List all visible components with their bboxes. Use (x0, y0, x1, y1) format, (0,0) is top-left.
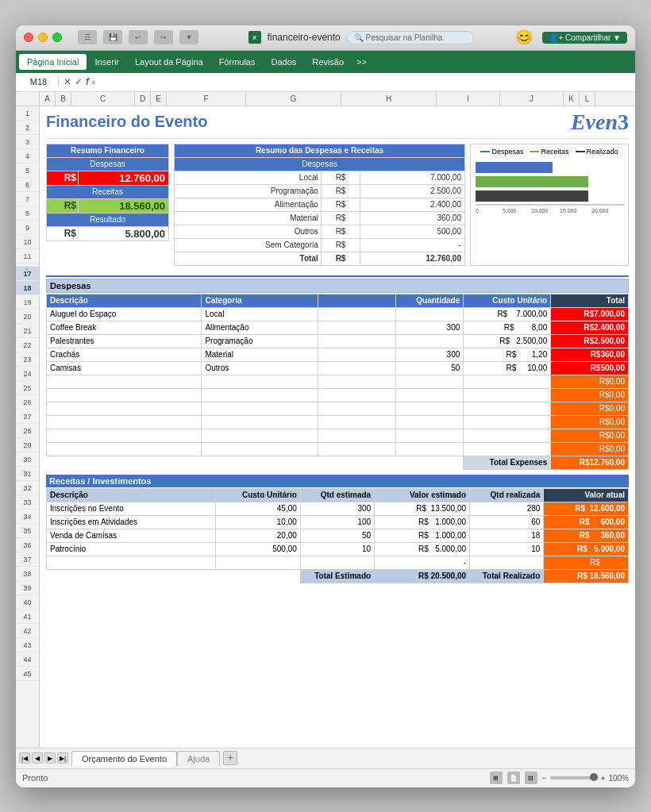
ribbon-tab-inserir[interactable]: Inserir (87, 54, 127, 70)
row-8[interactable]: 8 (16, 206, 39, 221)
row-24[interactable]: 24 (16, 367, 39, 381)
row-32[interactable]: 32 (16, 481, 39, 495)
ajuda-sheet-tab[interactable]: Ajuda (177, 751, 220, 766)
ribbon-tab-pagina-inicial[interactable]: Página Inicial (19, 54, 87, 70)
close-button[interactable] (24, 33, 33, 42)
row-36[interactable]: 36 (16, 538, 39, 552)
col-header-i[interactable]: I (437, 92, 500, 106)
row-27[interactable]: 27 (16, 410, 39, 424)
cancel-formula-icon[interactable]: ✕ (64, 76, 71, 87)
nav-last-arrow[interactable]: ▶| (57, 752, 68, 764)
add-sheet-button[interactable]: + (223, 751, 237, 765)
zoom-controls: − + 100% (542, 774, 629, 783)
search-box[interactable]: 🔍 Pesquisar na Planilha (347, 31, 474, 44)
row-1[interactable]: 1 (16, 106, 39, 121)
more-icon[interactable]: ▼ (179, 30, 198, 44)
row-23[interactable]: 23 (16, 352, 39, 367)
col-header-d[interactable]: D (135, 92, 151, 106)
row-43[interactable]: 43 (16, 638, 39, 652)
col-header-a[interactable]: A (40, 92, 56, 106)
rev-qtd-est-4: 10 (300, 542, 374, 556)
rev-desc-2: Inscrições em Atividades (47, 515, 216, 529)
row-40[interactable]: 40 (16, 595, 39, 610)
active-sheet-tab[interactable]: Orçamento do Evento (71, 751, 177, 766)
share-button[interactable]: 👤+ Compartilhar ▼ (542, 32, 627, 44)
row-34[interactable]: 34 (16, 510, 39, 524)
rev-row-1: Inscrições no Evento 45,00 300 R$ 13.500… (47, 502, 629, 515)
col-header-k[interactable]: K (564, 92, 580, 106)
col-header-g[interactable]: G (246, 92, 341, 106)
row-37[interactable]: 37 (16, 552, 39, 567)
despesas-value: 12.760,00 (79, 171, 169, 185)
row-9[interactable]: 9 (16, 221, 39, 235)
col-header-c[interactable]: C (71, 92, 135, 106)
row-21[interactable]: 21 (16, 324, 39, 338)
col-header-j[interactable]: J (500, 92, 564, 106)
col-header-f[interactable]: F (167, 92, 246, 106)
share-dropdown[interactable]: ▼ (613, 33, 621, 42)
row-35[interactable]: 35 (16, 524, 39, 538)
row-29[interactable]: 29 (16, 438, 39, 452)
row-42[interactable]: 42 (16, 624, 39, 638)
row-10[interactable]: 10 (16, 235, 39, 249)
row-41[interactable]: 41 (16, 610, 39, 624)
nav-first-arrow[interactable]: |◀ (19, 752, 30, 764)
svg-rect-0 (476, 162, 553, 173)
row-45[interactable]: 45 (16, 667, 39, 681)
row-19[interactable]: 19 (16, 295, 39, 310)
alimentacao-label: Alimentação (175, 198, 322, 211)
total-expenses-label: Total Expenses (464, 456, 551, 469)
row-39[interactable]: 39 (16, 581, 39, 595)
ribbon-tab-formulas[interactable]: Fórmulas (211, 54, 264, 70)
row-44[interactable]: 44 (16, 652, 39, 667)
page-break-icon[interactable]: ⊟ (525, 772, 537, 784)
col-header-b[interactable]: B (56, 92, 71, 106)
cell-reference[interactable]: M18 (19, 77, 59, 87)
col-header-e[interactable]: E (151, 92, 167, 106)
redo-icon[interactable]: ↪ (154, 30, 173, 44)
row-18[interactable]: 18 (16, 281, 39, 295)
col-header-l[interactable]: L (580, 92, 595, 106)
zoom-in-button[interactable]: + (601, 774, 606, 783)
row-17[interactable]: 17 (16, 267, 39, 281)
save-icon[interactable]: 💾 (103, 30, 122, 44)
row-11[interactable]: 11 (16, 249, 39, 264)
row-20[interactable]: 20 (16, 310, 39, 324)
row-4[interactable]: 4 (16, 149, 39, 164)
rev-val-real-5: R$ - (544, 556, 629, 569)
ribbon-tab-dados[interactable]: Dados (263, 54, 304, 70)
row-3[interactable]: 3 (16, 135, 39, 149)
nav-prev-arrow[interactable]: ◀ (32, 752, 43, 764)
sidebar-icon[interactable]: ☰ (78, 30, 97, 44)
row-26[interactable]: 26 (16, 395, 39, 410)
nav-next-arrow[interactable]: ▶ (44, 752, 56, 764)
row-5[interactable]: 5 (16, 164, 39, 178)
row-28[interactable]: 28 (16, 424, 39, 438)
row-2[interactable]: 2 (16, 121, 39, 135)
total-est-label: Total Estimado (300, 569, 374, 583)
normal-view-icon[interactable]: ⊞ (490, 772, 503, 784)
ribbon-more[interactable]: >> (352, 54, 372, 70)
confirm-formula-icon[interactable]: ✓ (75, 76, 83, 87)
zoom-out-button[interactable]: − (542, 774, 547, 783)
row-31[interactable]: 31 (16, 467, 39, 481)
row-33[interactable]: 33 (16, 495, 39, 510)
row-38[interactable]: 38 (16, 567, 39, 581)
minimize-button[interactable] (38, 33, 48, 42)
zoom-slider-track[interactable] (550, 776, 598, 779)
exp-desc-6 (47, 375, 202, 388)
row-6[interactable]: 6 (16, 178, 39, 192)
col-header-h[interactable]: H (341, 92, 437, 106)
ribbon-tab-layout[interactable]: Layout da Página (127, 54, 211, 70)
zoom-slider-thumb[interactable] (590, 773, 598, 781)
insert-function-icon[interactable]: f (86, 76, 89, 87)
row-25[interactable]: 25 (16, 381, 39, 395)
rev-unit-2: 10,00 (216, 515, 301, 529)
row-30[interactable]: 30 (16, 452, 39, 467)
row-7[interactable]: 7 (16, 192, 39, 206)
row-22[interactable]: 22 (16, 338, 39, 352)
undo-icon[interactable]: ↩ (129, 30, 148, 44)
maximize-button[interactable] (52, 33, 62, 42)
page-view-icon[interactable]: 📄 (507, 772, 520, 784)
ribbon-tab-revisao[interactable]: Revisão (304, 54, 352, 70)
